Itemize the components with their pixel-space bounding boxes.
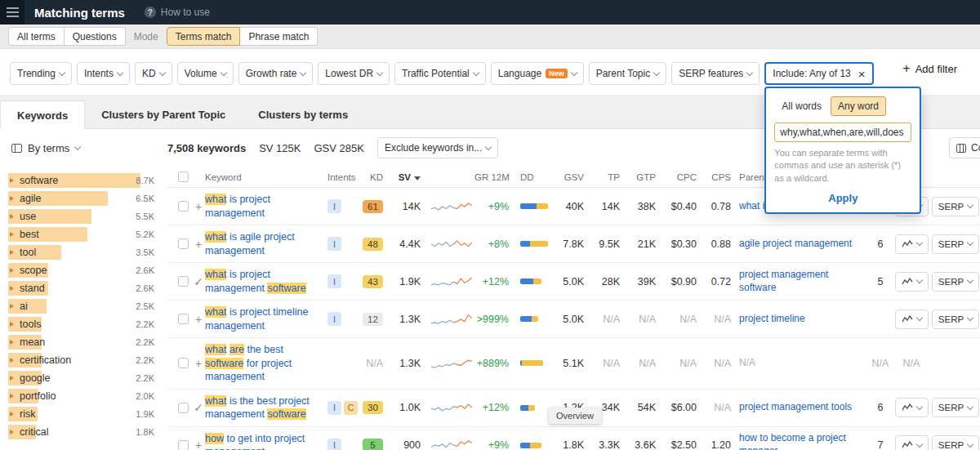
row-checkbox[interactable] bbox=[178, 276, 189, 287]
keyword-link[interactable]: what are the best software for project m… bbox=[205, 344, 292, 382]
sidebar-term-portfolio[interactable]: portfolio2.0K bbox=[0, 387, 167, 405]
filter-chip-language[interactable]: LanguageNew bbox=[491, 62, 584, 85]
keyword-link[interactable]: what is project management bbox=[205, 194, 270, 219]
serp-button[interactable]: SERP bbox=[932, 435, 979, 450]
keyword-link[interactable]: what is agile project management bbox=[205, 231, 295, 256]
serp-button[interactable]: SERP bbox=[932, 234, 979, 254]
add-to-list-icon[interactable]: + bbox=[194, 238, 203, 251]
filter-chip-parent-topic[interactable]: Parent Topic bbox=[589, 62, 667, 85]
filter-chip-serp-features[interactable]: SERP features bbox=[671, 62, 760, 85]
row-checkbox[interactable] bbox=[178, 403, 189, 413]
include-tab-any-word[interactable]: Any word bbox=[831, 96, 886, 116]
hamburger-menu-button[interactable] bbox=[0, 0, 24, 25]
sv-trend-cell bbox=[429, 313, 474, 326]
header-cps[interactable]: CPS bbox=[705, 172, 739, 182]
position-history-button[interactable] bbox=[895, 398, 929, 417]
row-checkbox[interactable] bbox=[178, 201, 189, 212]
filter-chip-traffic-potential[interactable]: Traffic Potential bbox=[394, 62, 486, 85]
columns-label: Col bbox=[971, 142, 980, 154]
sidebar-term-agile[interactable]: agile6.5K bbox=[0, 189, 167, 207]
gtp-cell-value: N/A bbox=[639, 314, 656, 325]
sidebar-term-scope[interactable]: scope2.6K bbox=[0, 261, 167, 279]
close-icon[interactable]: × bbox=[858, 68, 866, 80]
header-tp[interactable]: TP bbox=[592, 172, 628, 182]
row-checkbox[interactable] bbox=[178, 440, 189, 450]
header-gtp[interactable]: GTP bbox=[628, 172, 664, 182]
sidebar-term-risk[interactable]: risk1.9K bbox=[0, 405, 167, 423]
chevron-down-icon bbox=[915, 239, 922, 246]
mode-tab-phrase-match[interactable]: Phrase match bbox=[240, 27, 318, 46]
added-check-icon[interactable]: ✓ bbox=[194, 401, 203, 414]
sidebar-term-best[interactable]: best5.2K bbox=[0, 225, 167, 243]
parent-topic-link[interactable]: project management software bbox=[739, 269, 828, 293]
cps-cell: 0.78 bbox=[705, 201, 739, 212]
sidebar-term-mean[interactable]: mean2.2K bbox=[0, 333, 167, 351]
sidebar-term-google[interactable]: google2.2K bbox=[0, 369, 167, 387]
scope-tab-all-terms[interactable]: All terms bbox=[8, 27, 65, 46]
position-history-button[interactable] bbox=[895, 272, 929, 292]
add-to-list-icon[interactable]: + bbox=[194, 200, 203, 213]
serp-button[interactable]: SERP bbox=[932, 310, 979, 329]
columns-button[interactable]: Col bbox=[949, 137, 980, 158]
position-history-button[interactable] bbox=[895, 234, 929, 254]
apply-button[interactable]: Apply bbox=[828, 192, 858, 204]
add-to-list-icon[interactable]: + bbox=[194, 357, 203, 370]
include-tab-all-words[interactable]: All words bbox=[774, 96, 829, 116]
row-checkbox[interactable] bbox=[178, 314, 189, 324]
parent-topic-link[interactable]: agile project management bbox=[739, 238, 852, 249]
header-intents[interactable]: Intents bbox=[327, 172, 362, 182]
filter-chip-intents[interactable]: Intents bbox=[77, 62, 130, 85]
header-gr[interactable]: GR 12M bbox=[474, 172, 517, 182]
header-gsv[interactable]: GSV bbox=[556, 172, 592, 182]
sidebar-term-tool[interactable]: tool3.5K bbox=[0, 243, 167, 261]
keyword-link[interactable]: what is the best project management soft… bbox=[205, 395, 310, 421]
sidebar-term-certification[interactable]: certification2.2K bbox=[0, 351, 167, 369]
view-tab-clusters-by-terms[interactable]: Clusters by terms bbox=[242, 100, 364, 128]
serp-button[interactable]: SERP bbox=[932, 272, 979, 292]
add-to-list-icon[interactable]: + bbox=[194, 439, 203, 450]
position-history-button[interactable] bbox=[895, 435, 929, 450]
how-to-use-button[interactable]: ? How to use bbox=[145, 7, 210, 18]
scope-tab-questions[interactable]: Questions bbox=[65, 27, 126, 46]
sidebar-term-ai[interactable]: ai2.5K bbox=[0, 297, 167, 315]
filter-chip-kd[interactable]: KD bbox=[135, 62, 172, 85]
filter-chip-growth-rate[interactable]: Growth rate bbox=[238, 62, 314, 85]
keyword-link[interactable]: how to get into project management bbox=[205, 433, 305, 450]
row-checkbox[interactable] bbox=[178, 238, 189, 249]
add-to-list-icon[interactable]: + bbox=[194, 313, 203, 326]
sidebar-term-tools[interactable]: tools2.2K bbox=[0, 315, 167, 333]
mode-tab-terms-match[interactable]: Terms match bbox=[167, 27, 241, 46]
select-all-checkbox[interactable] bbox=[178, 172, 189, 182]
header-sv[interactable]: SV bbox=[391, 172, 429, 182]
added-check-icon[interactable]: ✓ bbox=[194, 275, 203, 288]
sidebar-term-stand[interactable]: stand2.6K bbox=[0, 279, 167, 297]
include-terms-input[interactable] bbox=[774, 123, 911, 142]
header-keyword[interactable]: Keyword bbox=[205, 172, 327, 182]
sidebar-term-use[interactable]: use5.5K bbox=[0, 207, 167, 225]
keyword-link[interactable]: what is project management software bbox=[205, 269, 306, 294]
header-kd[interactable]: KD bbox=[362, 172, 391, 182]
position-history-button[interactable] bbox=[895, 310, 929, 329]
include-filter-chip[interactable]: Include: Any of 13 × bbox=[764, 62, 873, 85]
row-checkbox[interactable] bbox=[178, 358, 189, 368]
dd-cell bbox=[517, 241, 556, 247]
serp-button[interactable]: SERP bbox=[932, 398, 979, 417]
parent-topic-link[interactable]: project management tools bbox=[739, 401, 852, 412]
serp-button[interactable]: SERP bbox=[932, 197, 979, 216]
view-tab-keywords[interactable]: Keywords bbox=[0, 100, 85, 129]
sidebar-term-software[interactable]: software8.7K bbox=[0, 172, 167, 189]
exclude-keywords-button[interactable]: Exclude keywords in... bbox=[377, 137, 498, 158]
filter-chip-volume[interactable]: Volume bbox=[177, 62, 234, 85]
sidebar-term-critical[interactable]: critical1.8K bbox=[0, 423, 167, 441]
term-count: 2.2K bbox=[136, 355, 154, 365]
view-tab-clusters-by-parent-topic[interactable]: Clusters by Parent Topic bbox=[85, 100, 242, 128]
parent-topic-link[interactable]: how to become a project manager bbox=[739, 432, 846, 450]
add-filter-button[interactable]: + Add filter bbox=[902, 62, 970, 75]
header-dd[interactable]: DD bbox=[517, 172, 556, 182]
parent-topic-link[interactable]: project timeline bbox=[739, 313, 805, 324]
by-terms-selector[interactable]: By terms bbox=[0, 142, 167, 154]
keyword-link[interactable]: what is project timeline management bbox=[205, 306, 308, 332]
filter-chip-lowest-dr[interactable]: Lowest DR bbox=[318, 62, 390, 85]
filter-chip-trending[interactable]: Trending bbox=[10, 62, 72, 85]
header-cpc[interactable]: CPC bbox=[664, 172, 705, 182]
